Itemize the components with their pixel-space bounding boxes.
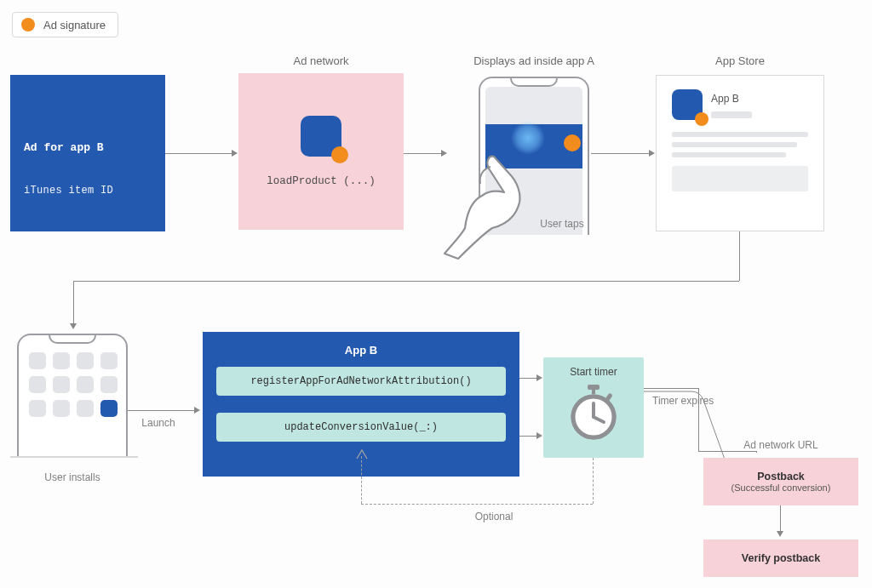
label-app-store: App Store — [656, 54, 824, 67]
panel-verify-postback: Verify postback — [703, 539, 858, 577]
postback-title: Postback — [757, 471, 805, 482]
ad-signature-dot-icon — [21, 18, 35, 31]
placeholder-line — [672, 142, 797, 147]
panel-start-timer: Start timer — [543, 357, 644, 458]
hand-tap-icon — [438, 150, 548, 260]
legend-ad-signature: Ad signature — [12, 12, 118, 37]
legend-label: Ad signature — [43, 19, 106, 31]
store-app-icon — [672, 89, 703, 120]
label-launch: Launch — [133, 417, 184, 429]
arrow-line-6 — [519, 378, 538, 379]
placeholder-bar — [711, 111, 752, 118]
arrow-line-9 — [780, 505, 781, 533]
arrow-head-1 — [232, 150, 238, 157]
postback-subtitle: (Successful conversion) — [731, 482, 831, 493]
arrow-line-3 — [591, 153, 651, 154]
connector-line — [73, 281, 74, 325]
dashed-line — [593, 458, 594, 504]
surface-line — [10, 456, 138, 458]
arrow-line-1 — [165, 153, 233, 154]
ad-title: Ad for app B — [24, 141, 152, 154]
ad-subtitle: iTunes item ID — [24, 185, 152, 197]
verify-label: Verify postback — [742, 552, 820, 564]
label-ad-network-url: Ad network URL — [703, 439, 858, 451]
store-app-name: App B — [711, 93, 808, 105]
arrow-head-7 — [536, 432, 542, 439]
installed-app-b-icon — [100, 400, 118, 417]
ad-signature-dot-icon — [695, 112, 708, 126]
arrow-head-6 — [536, 374, 542, 381]
method-register: registerAppForAdNetworkAttribution() — [216, 367, 506, 396]
svg-rect-1 — [592, 389, 595, 394]
placeholder-line — [672, 152, 786, 157]
app-b-title: App B — [216, 344, 506, 357]
panel-postback: Postback (Successful conversion) — [703, 458, 858, 505]
label-displays-ad: Displays ad inside app A — [445, 54, 623, 67]
label-ad-network: Ad network — [238, 54, 404, 67]
arrow-head-9 — [777, 531, 783, 537]
placeholder-line — [672, 132, 808, 137]
ad-signature-dot-icon — [331, 146, 348, 163]
phone-notch-icon — [49, 335, 96, 344]
arrow-head-5 — [194, 407, 200, 414]
arrow-head-4 — [70, 323, 77, 329]
arrow-line-5 — [128, 410, 196, 411]
phone-notch-icon — [510, 78, 558, 87]
stopwatch-icon — [569, 385, 618, 441]
dashed-line — [361, 504, 593, 505]
label-user-installs: User installs — [17, 471, 128, 483]
app-b-icon — [301, 116, 341, 157]
method-update-conversion: updateConversionValue(_:) — [216, 413, 506, 442]
arrow-head-optional — [356, 449, 368, 460]
ad-signature-dot-icon — [564, 134, 581, 151]
arrow-head-3 — [649, 150, 655, 157]
phone-displaying-ad — [479, 77, 589, 242]
panel-ad-network: loadProduct (...) — [238, 73, 404, 230]
arrow-line-7 — [519, 436, 538, 437]
dashed-line — [361, 456, 362, 504]
timer-label: Start timer — [570, 366, 617, 378]
placeholder-block — [672, 166, 808, 191]
label-optional: Optional — [443, 511, 545, 522]
panel-ad-for-app-b: Ad for app B iTunes item ID — [10, 75, 165, 231]
panel-app-store: App B — [656, 75, 824, 231]
label-timer-expires: Timer expires — [652, 395, 737, 407]
connector-line — [73, 281, 739, 282]
load-product-method: loadProduct (...) — [267, 175, 376, 187]
connector-line — [739, 231, 740, 281]
